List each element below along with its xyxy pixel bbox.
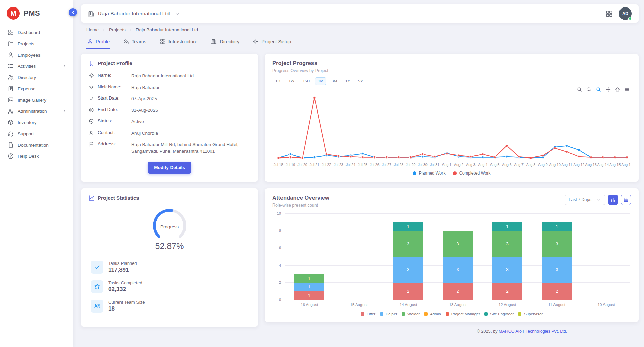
bar-segment-fitter[interactable]: 2 xyxy=(542,283,572,300)
legend-helper[interactable]: Helper xyxy=(380,312,397,316)
bar-segment-site-engineer[interactable]: 1 xyxy=(492,222,522,231)
sidebar-item-directory[interactable]: Directory xyxy=(0,72,73,83)
company-chevron-wrap xyxy=(175,11,180,17)
breadcrumb-item-home[interactable]: Home xyxy=(86,27,99,32)
table-view-toggle[interactable] xyxy=(621,195,631,205)
company-name: Raja Bahadur International Ltd. xyxy=(98,11,171,17)
range-1y[interactable]: 1Y xyxy=(342,77,353,85)
breadcrumb-item-raja-bahadur-international-ltd: Raja Bahadur International Ltd. xyxy=(136,27,199,32)
field-value: Anuj Chordia xyxy=(131,130,158,137)
legend-label: Planned Work xyxy=(419,171,445,176)
range-5y[interactable]: 5Y xyxy=(355,77,366,85)
activities-icon xyxy=(7,63,14,69)
bar-segment-welder[interactable]: 3 xyxy=(542,231,572,257)
svg-text:Jul 27: Jul 27 xyxy=(382,163,391,167)
bar-segment-site-engineer[interactable]: 1 xyxy=(393,222,423,231)
tab-project-setup[interactable]: Project Setup xyxy=(252,36,292,49)
profile-fields: Name:Raja Bahadur International Ltd.Nick… xyxy=(88,73,251,155)
bar-segment-fitter[interactable]: 1 xyxy=(294,291,324,300)
stat-text: Tasks Planned117,891 xyxy=(108,261,137,273)
legend-admin[interactable]: Admin xyxy=(424,312,441,316)
bar-segment-fitter[interactable]: 2 xyxy=(443,283,473,300)
sidebar-item-employees[interactable]: Employees xyxy=(0,49,73,60)
bar-segment-fitter[interactable]: 2 xyxy=(393,283,423,300)
legend-completed-work[interactable]: Completed Work xyxy=(453,171,491,176)
legend-welder[interactable]: Welder xyxy=(402,312,420,316)
sidebar-collapse-button[interactable] xyxy=(69,8,77,16)
legend-supervisor[interactable]: Supervisor xyxy=(518,312,543,316)
user-avatar[interactable]: AD xyxy=(619,7,632,20)
legend-project-manager[interactable]: Project Manager xyxy=(446,312,480,316)
sidebar-item-image-gallery[interactable]: Image Gallery xyxy=(0,94,73,105)
stat-label: Current Team Size xyxy=(108,300,145,305)
bar-segment-welder[interactable]: 1 xyxy=(294,274,324,283)
stat-tasks-planned: Tasks Planned117,891 xyxy=(91,261,248,274)
selection-zoom-tool[interactable] xyxy=(596,87,601,92)
bar-segment-helper[interactable]: 3 xyxy=(542,257,572,283)
bar-view-toggle[interactable] xyxy=(608,195,618,205)
chevron-left-icon xyxy=(71,10,75,15)
profile-field-status: Status:Active xyxy=(88,118,251,125)
footer-company-link[interactable]: MARCO AIoT Technologies Pvt. Ltd. xyxy=(499,329,567,334)
attendance-header: Attendance Overview Role-wise present co… xyxy=(272,195,631,208)
tab-directory[interactable]: Directory xyxy=(210,36,240,49)
y-axis-tick: 6 xyxy=(272,246,281,250)
bar-segment-helper[interactable]: 1 xyxy=(294,283,324,291)
legend-planned-work[interactable]: Planned Work xyxy=(413,171,445,176)
shortcuts-button[interactable] xyxy=(606,10,613,17)
sidebar-item-projects[interactable]: Projects xyxy=(0,38,73,49)
sidebar-item-help-desk[interactable]: Help Desk xyxy=(0,151,73,162)
tab-profile[interactable]: Profile xyxy=(86,36,110,49)
date-range-select[interactable]: Last 7 Days xyxy=(565,195,605,205)
reset-zoom-tool[interactable] xyxy=(615,87,620,92)
company-selector[interactable]: Raja Bahadur International Ltd. xyxy=(88,10,180,17)
field-value: Raja Bahadur xyxy=(131,84,160,91)
pan-tool[interactable] xyxy=(606,87,611,92)
legend-site-engineer[interactable]: Site Engineer xyxy=(484,312,514,316)
copyright-text: © 2025, by xyxy=(477,329,499,334)
dashboard-icon xyxy=(7,29,14,35)
project-progress-line-chart[interactable]: Jul 18Jul 19Jul 20Jul 21Jul 22Jul 23Jul … xyxy=(272,86,630,169)
sidebar-item-documentation[interactable]: Documentation xyxy=(0,139,73,150)
topbar: Raja Bahadur International Ltd. AD xyxy=(81,4,639,23)
zoom-out-tool[interactable] xyxy=(586,87,592,92)
chart-menu-tool[interactable] xyxy=(625,87,630,92)
bar-segment-site-engineer[interactable]: 1 xyxy=(542,222,572,231)
sidebar-item-support[interactable]: Support xyxy=(0,128,73,139)
svg-text:Jul 31: Jul 31 xyxy=(430,163,439,167)
stat-text: Current Team Size18 xyxy=(108,300,145,312)
sidebar-item-expense[interactable]: Expense xyxy=(0,83,73,94)
range-15d[interactable]: 15D xyxy=(300,77,313,85)
bar-segment-welder[interactable]: 3 xyxy=(393,231,423,257)
sidebar-item-dashboard[interactable]: Dashboard xyxy=(0,27,73,38)
building-icon xyxy=(88,10,95,17)
topbar-right: AD xyxy=(606,7,632,20)
bar-segment-helper[interactable]: 3 xyxy=(393,257,423,283)
bar-segment-fitter[interactable]: 2 xyxy=(492,283,522,300)
tab-teams[interactable]: Teams xyxy=(123,36,147,49)
tab-infrastructure[interactable]: Infrastructure xyxy=(159,36,198,49)
range-1m[interactable]: 1M xyxy=(315,77,326,85)
sidebar-item-administration[interactable]: Administration xyxy=(0,106,73,117)
range-1d[interactable]: 1D xyxy=(272,77,284,85)
sidebar-item-activities[interactable]: Activities xyxy=(0,61,73,72)
bar-segment-welder[interactable]: 3 xyxy=(492,231,522,257)
modify-details-button[interactable]: Modify Details xyxy=(148,162,191,174)
chevron-right-icon xyxy=(102,28,106,32)
zoom-in-tool[interactable] xyxy=(577,87,582,92)
breadcrumb-item-projects[interactable]: Projects xyxy=(109,27,126,32)
bar-segment-welder[interactable]: 3 xyxy=(443,231,473,257)
x-axis-label: 13 August xyxy=(433,303,482,307)
image-gallery-icon xyxy=(7,97,14,103)
bar-segment-helper[interactable]: 3 xyxy=(443,257,473,283)
legend-fitter[interactable]: Fitter xyxy=(361,312,375,316)
sidebar-item-label: Administration xyxy=(18,109,47,114)
chevron-down-icon xyxy=(175,11,180,16)
range-1w[interactable]: 1W xyxy=(286,77,297,85)
bar-segment-helper[interactable]: 3 xyxy=(492,257,522,283)
check-icon xyxy=(94,264,100,270)
field-label: Contact: xyxy=(98,130,128,135)
stats-list: Tasks Planned117,891Tasks Completed62,33… xyxy=(88,261,251,320)
range-3m[interactable]: 3M xyxy=(328,77,340,85)
sidebar-item-inventory[interactable]: Inventory xyxy=(0,117,73,128)
